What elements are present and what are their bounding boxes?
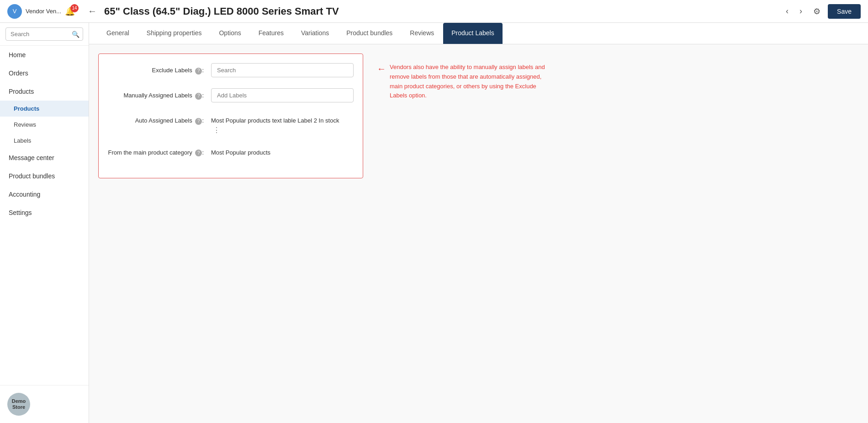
main-product-category-value: Most Popular products: [211, 145, 354, 158]
tab-general[interactable]: General: [98, 23, 138, 44]
tab-shipping[interactable]: Shipping properties: [138, 23, 210, 44]
manually-assigned-help-icon[interactable]: ?: [195, 93, 202, 100]
main-product-category-label: From the main product category ?:: [108, 145, 204, 157]
back-button[interactable]: ←: [86, 4, 99, 18]
vendor-info: V Vendor Ven... 🔔 14: [7, 4, 80, 19]
header-actions: ‹ › ⚙ Save: [782, 4, 861, 19]
sidebar-footer: DemoStore: [0, 385, 89, 423]
sidebar-item-products-parent[interactable]: Products: [0, 82, 89, 101]
vendor-avatar: V: [7, 4, 22, 19]
main-product-category-row: From the main product category ?: Most P…: [108, 145, 354, 158]
exclude-labels-field: [211, 63, 354, 77]
manually-assigned-row: Manually Assigned Labels ?:: [108, 88, 354, 102]
tab-product-labels[interactable]: Product Labels: [443, 23, 502, 44]
auto-assigned-row: Auto Assigned Labels ?: Most Popular pro…: [108, 113, 354, 134]
auto-assigned-label: Auto Assigned Labels ?:: [108, 113, 204, 125]
sidebar-item-home[interactable]: Home: [0, 46, 89, 64]
sidebar-item-labels[interactable]: Labels: [0, 133, 89, 149]
tab-variations[interactable]: Variations: [293, 23, 337, 44]
tab-product-bundles[interactable]: Product bundles: [338, 23, 401, 44]
tabs-bar: General Shipping properties Options Feat…: [89, 23, 868, 44]
sidebar-item-orders[interactable]: Orders: [0, 64, 89, 82]
sidebar-nav: Home Orders Products Products Reviews La…: [0, 46, 89, 385]
auto-assigned-field: Most Popular products text lable Label 2…: [211, 113, 354, 134]
exclude-labels-input[interactable]: [211, 63, 354, 77]
content-area: General Shipping properties Options Feat…: [89, 23, 868, 423]
sidebar-search-area: 🔍: [0, 23, 89, 46]
sidebar-item-settings[interactable]: Settings: [0, 203, 89, 222]
sidebar-search-icon: 🔍: [72, 31, 79, 38]
main-product-category-help-icon[interactable]: ?: [195, 150, 202, 156]
sidebar-item-reviews[interactable]: Reviews: [0, 117, 89, 133]
info-box: ← Vendors also have the ability to manua…: [372, 54, 859, 178]
sidebar-item-message-center[interactable]: Message center: [0, 149, 89, 167]
demo-store-logo: DemoStore: [7, 393, 30, 416]
info-arrow-container: ← Vendors also have the ability to manua…: [377, 63, 859, 101]
exclude-labels-help-icon[interactable]: ?: [195, 68, 202, 75]
sidebar-item-accounting[interactable]: Accounting: [0, 185, 89, 203]
auto-assigned-more-menu[interactable]: ⋮: [211, 126, 354, 134]
manually-assigned-input[interactable]: [211, 88, 354, 102]
vendor-initials: V: [13, 8, 17, 15]
sidebar-item-products[interactable]: Products: [0, 101, 89, 117]
settings-gear-button[interactable]: ⚙: [810, 5, 824, 18]
left-arrow-icon: ←: [377, 64, 386, 74]
sidebar: 🔍 Home Orders Products Products Reviews …: [0, 23, 89, 423]
tab-options[interactable]: Options: [211, 23, 249, 44]
exclude-labels-row: Exclude Labels ?:: [108, 63, 354, 77]
save-button[interactable]: Save: [828, 4, 861, 19]
prev-button[interactable]: ‹: [782, 5, 792, 18]
auto-assigned-value: Most Popular products text lable Label 2…: [211, 113, 354, 126]
manually-assigned-label: Manually Assigned Labels ?:: [108, 88, 204, 100]
main-product-category-field: Most Popular products: [211, 145, 354, 158]
notification-count: 14: [70, 4, 79, 12]
page-title: 65" Class (64.5" Diag.) LED 8000 Series …: [104, 5, 777, 17]
manually-assigned-field: [211, 88, 354, 102]
form-panel: Exclude Labels ?: Manually Assigned Labe…: [98, 54, 363, 178]
sidebar-item-product-bundles[interactable]: Product bundles: [0, 167, 89, 185]
content-body: Exclude Labels ?: Manually Assigned Labe…: [89, 44, 868, 187]
next-button[interactable]: ›: [796, 5, 806, 18]
notification-badge[interactable]: 🔔 14: [65, 6, 75, 16]
vendor-name: Vendor Ven...: [26, 8, 61, 15]
exclude-labels-label: Exclude Labels ?:: [108, 63, 204, 75]
auto-assigned-help-icon[interactable]: ?: [195, 118, 202, 125]
top-header: V Vendor Ven... 🔔 14 ← 65" Class (64.5" …: [0, 0, 868, 23]
main-layout: 🔍 Home Orders Products Products Reviews …: [0, 23, 868, 423]
tab-reviews[interactable]: Reviews: [402, 23, 442, 44]
info-text: Vendors also have the ability to manuall…: [390, 63, 545, 101]
tab-features[interactable]: Features: [250, 23, 292, 44]
